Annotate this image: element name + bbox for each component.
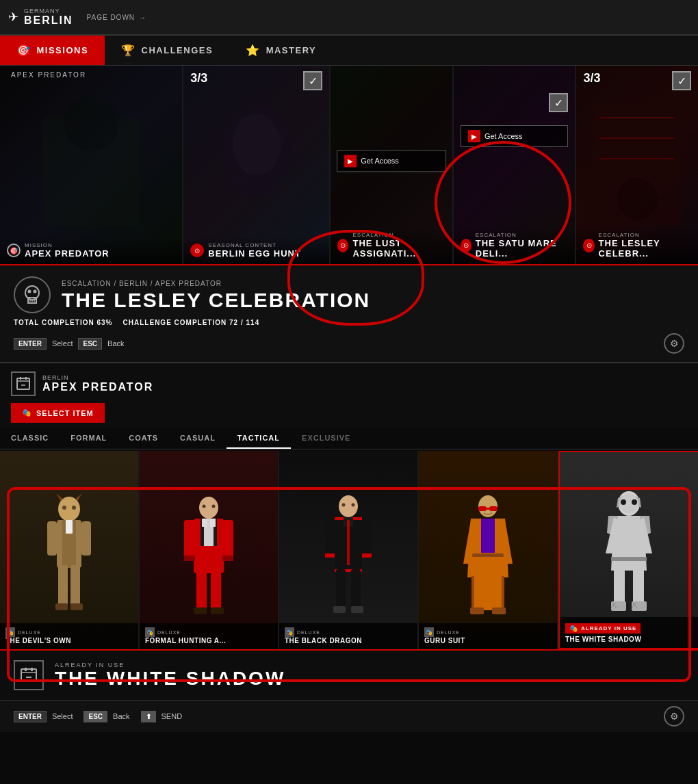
wardrobe-section: BERLIN APEX PREDATOR 🎭 SELECT ITEM [0, 363, 698, 428]
get-access-btn-satu[interactable]: ▶ Get Access [461, 125, 569, 147]
plane-icon: ✈ [8, 10, 18, 25]
wardrobe-title: APEX PREDATOR [42, 381, 153, 393]
svg-rect-69 [471, 576, 504, 610]
cat-tab-tactical[interactable]: TACTICAL [227, 428, 291, 449]
page-nav[interactable]: PAGE DOWN → [87, 14, 146, 21]
category-tabs: CLASSIC FORMAL COATS CASUAL TACTICAL EXC… [0, 428, 698, 449]
svg-point-31 [199, 497, 218, 519]
svg-rect-25 [70, 603, 83, 610]
card-bg-lust: ▶ Get Access ⊙ ESCALATION THE LUST ASSIG… [331, 66, 452, 264]
mission-card-apex[interactable]: 🎯 MISSION APEX PREDATOR [0, 66, 183, 264]
svg-point-45 [203, 505, 206, 508]
tab-challenges[interactable]: 🏆 CHALLENGES [105, 36, 229, 65]
svg-point-14 [28, 290, 31, 293]
cat-tab-classic[interactable]: CLASSIC [0, 428, 60, 449]
back-hint-final: ESC Back [83, 711, 129, 722]
svg-rect-55 [333, 606, 346, 613]
challenges-label: CHALLENGE COMPLETION [123, 319, 227, 326]
outfit-card-dragon[interactable]: 🎭 DELUXE THE BLACK DRAGON [279, 451, 419, 649]
send-label-final: SEND [161, 712, 183, 720]
lust-get-access[interactable]: ▶ Get Access [337, 150, 446, 174]
final-controls: ENTER Select ESC Back ⬆ SEND ⚙ [0, 700, 698, 732]
select-item-icon: 🎭 [22, 408, 32, 417]
egg-bottom-info: ⊙ SEASONAL CONTENT BERLIN EGG HUNT [183, 237, 329, 264]
tab-mastery[interactable]: ⭐ MASTERY [229, 36, 333, 65]
cat-tab-formal[interactable]: FORMAL [60, 428, 118, 449]
get-access-btn-lust[interactable]: ▶ Get Access [337, 150, 446, 172]
svg-rect-72 [470, 607, 484, 614]
cat-tab-exclusive[interactable]: EXCLUSIVE [291, 428, 361, 449]
svg-rect-53 [336, 569, 346, 610]
card-bg-satu: ✓ ▶ Get Access ⊙ ESCALATION THE SATU MAR… [454, 66, 576, 264]
svg-rect-37 [196, 571, 207, 610]
svg-point-19 [58, 497, 80, 521]
svg-rect-36 [210, 519, 216, 527]
select-item-button[interactable]: 🎭 SELECT ITEM [11, 403, 105, 423]
section-label: APEX PREDATOR [11, 71, 86, 79]
mastery-label: MASTERY [266, 45, 317, 55]
svg-rect-39 [194, 607, 207, 614]
dragon-name: THE BLACK DRAGON [285, 637, 412, 645]
outfit-card-white-shadow[interactable]: 🎭 ALREADY IN USE THE WHITE SHADOW [558, 451, 698, 649]
mission-card-lesley[interactable]: ✓ 3/3 ⊙ ESCALATION THE LESLEY CELEBR... [576, 66, 698, 264]
satu-get-access[interactable]: ▶ Get Access [461, 125, 569, 150]
svg-rect-26 [47, 521, 57, 556]
svg-rect-81 [611, 601, 626, 611]
satu-card-name: THE SATU MARE DELI... [476, 238, 569, 259]
enter-hint-final: ENTER Select [14, 711, 73, 722]
lesley-checkmark: ✓ [672, 71, 691, 90]
mission-card-lust[interactable]: ▶ Get Access ⊙ ESCALATION THE LUST ASSIG… [331, 66, 454, 264]
completion-pct: 63% [96, 319, 112, 326]
mission-card-egg[interactable]: ✓ 3/3 ⊙ SEASONAL CONTENT BERLIN EGG HUNT [183, 66, 331, 264]
outfit-card-devils-own[interactable]: 🎭 DELUXE THE DEVIL'S OWN [0, 451, 140, 649]
enter-key-final: ENTER [14, 711, 47, 722]
svg-rect-73 [492, 607, 506, 614]
apex-bottom-info: 🎯 MISSION APEX PREDATOR [0, 237, 182, 264]
selected-mission-header: Escalation / Berlin / Apex Predator THE … [14, 276, 684, 313]
wardrobe-title-block: BERLIN APEX PREDATOR [42, 374, 153, 393]
mission-cards: 🎯 MISSION APEX PREDATOR [0, 66, 698, 264]
challenges-icon: 🏆 [121, 44, 136, 57]
missions-icon: 🎯 [16, 44, 31, 57]
mission-card-satu[interactable]: ✓ ▶ Get Access ⊙ ESCALATION THE SATU MAR… [454, 66, 577, 264]
challenges-label: CHALLENGES [142, 45, 214, 55]
outfit-card-guru[interactable]: 🎭 DELUXE GURU SUIT [419, 451, 558, 649]
svg-rect-42 [222, 520, 233, 560]
svg-rect-41 [184, 520, 195, 560]
missions-label: MISSIONS [37, 45, 89, 55]
devil-badge-text: DELUXE [18, 630, 41, 635]
dragon-badge: 🎭 DELUXE [285, 627, 412, 637]
svg-rect-56 [351, 606, 363, 613]
final-settings-icon[interactable]: ⚙ [664, 706, 684, 727]
shadow-wardrobe-icon: 🎭 [569, 625, 578, 632]
send-key-final: ⬆ [141, 711, 156, 722]
tab-missions[interactable]: 🎯 MISSIONS [0, 36, 105, 65]
formal-name: FORMAL HUNTING A... [145, 637, 272, 645]
location-country: GERMANY [24, 8, 73, 14]
svg-point-77 [632, 499, 637, 505]
devil-bottom: 🎭 DELUXE THE DEVIL'S OWN [0, 623, 138, 649]
guru-badge-icon: 🎭 [424, 627, 434, 637]
lesley-card-icon: ⊙ [583, 239, 594, 252]
get-access-icon-lust: ▶ [344, 155, 357, 167]
svg-rect-44 [222, 556, 233, 561]
completion-info: TOTAL COMPLETION 63% CHALLENGE COMPLETIO… [14, 319, 684, 326]
svg-rect-65 [489, 506, 497, 511]
guru-bottom: 🎭 DELUXE GURU SUIT [419, 623, 557, 649]
cat-tab-casual[interactable]: CASUAL [169, 428, 227, 449]
lesley-score: 3/3 [583, 71, 600, 86]
top-bar: ✈ GERMANY BERLIN PAGE DOWN → [0, 0, 698, 36]
lesley-card-type: ESCALATION [599, 232, 691, 238]
outfit-bg-dragon: 🎭 DELUXE THE BLACK DRAGON [279, 451, 417, 649]
settings-icon[interactable]: ⚙ [664, 333, 684, 354]
svg-rect-66 [487, 508, 489, 510]
svg-rect-83 [21, 669, 36, 681]
outfit-card-formal[interactable]: 🎭 DELUXE FORMAL HUNTING A... [140, 451, 279, 649]
outfit-bg-shadow: 🎭 ALREADY IN USE THE WHITE SHADOW [560, 452, 698, 648]
egg-card-name: BERLIN EGG HUNT [208, 248, 301, 259]
formal-badge-icon: 🎭 [145, 627, 155, 637]
challenges-count: 72 / 114 [229, 319, 259, 326]
svg-rect-84 [25, 668, 27, 671]
lust-bottom-info: ⊙ ESCALATION THE LUST ASSIGNATI... [331, 226, 452, 264]
cat-tab-coats[interactable]: COATS [118, 428, 169, 449]
